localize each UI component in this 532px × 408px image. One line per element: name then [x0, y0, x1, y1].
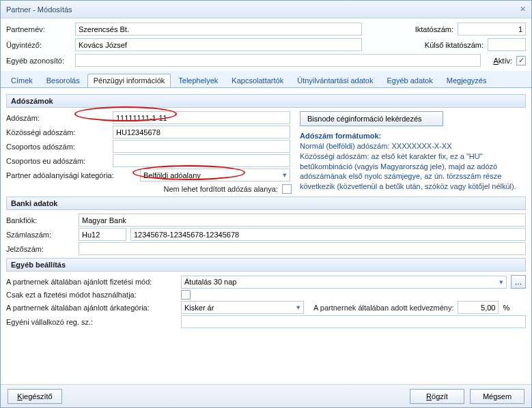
szamlaszam-input[interactable]: [130, 228, 526, 241]
kulso-iktatoszam-input[interactable]: [488, 38, 526, 51]
csak-ezt-checkbox[interactable]: [181, 290, 191, 300]
tab-content: Adószámok Adószám: Közösségi adószám: Cs…: [1, 88, 531, 381]
section-bank: Banki adatok: [6, 196, 526, 210]
megsem-button[interactable]: Mégsem: [470, 389, 524, 404]
jelzoszam-input[interactable]: [79, 242, 526, 255]
kategoria-label: Partner adóalanyisági kategória:: [6, 171, 136, 179]
csoportos-input[interactable]: [113, 140, 290, 153]
adoszam-input[interactable]: [113, 111, 290, 124]
csak-ezt-label: Csak ezt a fizetési módot használhatja:: [6, 291, 177, 299]
fizmod-select[interactable]: Átutalás 30 nap ▾: [181, 276, 507, 289]
percent-label: %: [503, 304, 509, 312]
csoportos-eu-input[interactable]: [113, 154, 290, 167]
section-egyeb: Egyéb beállítás: [6, 258, 526, 272]
fizmod-more-button[interactable]: …: [511, 275, 526, 289]
adoszam-label: Adószám:: [6, 114, 109, 122]
tab-cimek[interactable]: Címek: [5, 74, 39, 87]
kedvezmeny-label: A partnernek általában adott kedvezmény:: [313, 304, 453, 312]
rogzit-button[interactable]: RögzítRögzít: [410, 389, 464, 404]
szamlaszam-prefix-input[interactable]: [79, 228, 126, 241]
egyeni-label: Egyéni vállalkozó reg. sz.:: [6, 318, 177, 326]
section-adoszamok: Adószámok: [6, 94, 526, 108]
tab-megjegyzes[interactable]: Megjegyzés: [440, 74, 493, 87]
partner-name-label: Partnernév:: [6, 25, 71, 33]
partner-name-input[interactable]: [75, 23, 362, 35]
arkategoria-select[interactable]: Kisker ár ▾: [181, 301, 304, 314]
info-heading: Adószám formátumok:: [300, 131, 526, 141]
szamlaszam-label: Számlaszám:: [6, 231, 74, 239]
info-line-1: Normál (belföldi) adószám: XXXXXXXX-X-XX: [300, 141, 526, 151]
kozossegi-label: Közösségi adószám:: [6, 128, 109, 136]
kozossegi-input[interactable]: [113, 126, 290, 139]
egyeb-azonosito-label: Egyéb azonosító:: [6, 57, 71, 65]
chevron-down-icon: ▾: [283, 171, 287, 179]
arkategoria-label: A partnernek általában ajánlott árkategó…: [6, 304, 177, 312]
chevron-down-icon: ▾: [499, 278, 503, 287]
chevron-down-icon: ▾: [296, 303, 300, 312]
csoportos-label: Csoportos adószám:: [6, 143, 109, 151]
bankfiok-label: Bankfiók:: [6, 216, 74, 224]
info-line-2: Közösségi adószám: az első két karakter …: [300, 151, 526, 192]
tab-telephelyek[interactable]: Telephelyek: [172, 74, 224, 87]
ugyintezo-input[interactable]: [75, 38, 362, 51]
kategoria-value: Belföldi adóalany: [143, 171, 201, 179]
titlebar: Partner - Módosítás ✕: [1, 1, 531, 18]
kulso-iktatoszam-label: Külső iktatószám:: [425, 41, 484, 49]
window-title: Partner - Módosítás: [6, 5, 72, 14]
aktiv-checkbox[interactable]: [516, 56, 526, 65]
forditott-adozas-checkbox[interactable]: [282, 184, 292, 194]
adoszamok-right: Bisnode céginformáció lekérdezés Adószám…: [300, 111, 526, 194]
tab-utnyilvantartasi[interactable]: Útnyilvántartási adatok: [291, 74, 379, 87]
close-icon[interactable]: ✕: [520, 5, 526, 14]
csoportos-eu-label: Csoportos eu adószám:: [6, 157, 109, 165]
kategoria-select[interactable]: Belföldi adóalany ▾: [140, 169, 290, 181]
fizmod-value: Átutalás 30 nap: [184, 278, 236, 286]
adoszamok-left: Adószám: Közösségi adószám: Csoportos ad…: [6, 111, 293, 194]
ellipsis-icon: …: [515, 278, 522, 286]
tab-besorolas[interactable]: Besorolás: [40, 74, 86, 87]
ugyintezo-label: Ügyintéző:: [6, 41, 71, 49]
jelzoszam-label: Jelzőszám:: [6, 245, 74, 253]
adoszam-info: Adószám formátumok: Normál (belföldi) ad…: [300, 131, 526, 192]
iktatoszam-label: Iktatószám:: [415, 25, 453, 33]
kiegeszito-button[interactable]: KKiegészítőiegészítő: [8, 389, 62, 404]
tab-kapcsolattartok[interactable]: Kapcsolattartók: [225, 74, 290, 87]
partner-edit-window: Partner - Módosítás ✕ Partnernév: Iktató…: [0, 0, 532, 408]
footer: KKiegészítőiegészítő RögzítRögzít Mégsem: [1, 384, 531, 407]
aktiv-label: Aktív:: [485, 57, 512, 65]
fizmod-label: A partnernek általában ajánlott fizetési…: [6, 278, 177, 286]
bankfiok-input[interactable]: [79, 214, 526, 227]
arkategoria-value: Kisker ár: [184, 304, 214, 312]
iktatoszam-input[interactable]: [458, 23, 526, 35]
kedvezmeny-input[interactable]: [458, 301, 499, 314]
bisnode-button[interactable]: Bisnode céginformáció lekérdezés: [300, 111, 443, 126]
egyeni-input[interactable]: [181, 315, 526, 328]
tab-egyeb-adatok[interactable]: Egyéb adatok: [380, 74, 438, 87]
tab-penzugyi[interactable]: Pénzügyi információk: [87, 74, 171, 87]
egyeb-azonosito-input[interactable]: [75, 54, 481, 67]
header-form: Partnernév: Iktatószám: Ügyintéző: Külső…: [1, 18, 531, 71]
forditott-adozas-label: Nem lehet fordított adózás alanya:: [163, 185, 278, 193]
tabstrip: Címek Besorolás Pénzügyi információk Tel…: [1, 71, 531, 88]
